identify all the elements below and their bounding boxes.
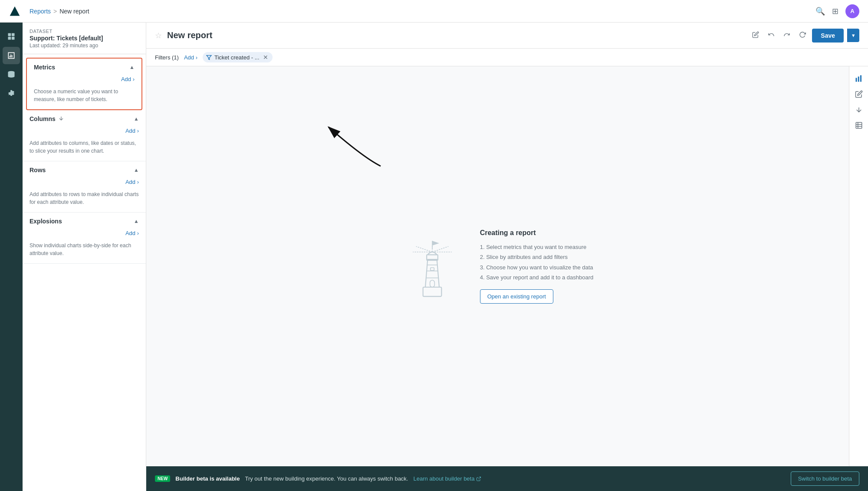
columns-add: Add › [23,128,146,137]
filters-label: Filters (1) [155,54,179,61]
svg-rect-0 [8,33,11,36]
refresh-button[interactable] [796,29,809,43]
svg-rect-19 [430,268,434,270]
svg-rect-21 [858,77,859,82]
columns-header: Columns ▲ [23,110,146,128]
metrics-add-link[interactable]: Add › [121,76,135,82]
switch-to-builder-button[interactable]: Switch to builder beta [791,471,859,486]
search-icon[interactable]: 🔍 [815,7,825,16]
undo-button[interactable] [765,29,777,43]
rows-header: Rows ▲ [23,161,146,179]
metrics-title: Metrics [34,64,55,71]
section-explosions: Explosions ▲ Add › Show individual chart… [23,213,146,264]
breadcrumb-current: New report [59,8,89,15]
sidebar-item-settings[interactable] [3,85,20,102]
section-metrics: Metrics ▲ Add › Choose a numeric value y… [26,58,142,110]
columns-title: Columns [30,115,64,122]
favorite-star-icon[interactable]: ☆ [155,31,162,40]
explosions-title: Explosions [30,218,62,225]
top-nav: Reports > New report 🔍 ⊞ A [0,0,868,23]
metrics-add: Add › [27,76,141,86]
svg-rect-2 [8,37,11,40]
left-sidebar [0,23,23,491]
columns-chevron[interactable]: ▲ [134,116,139,122]
svg-line-13 [432,246,448,252]
step-2: 2. Slice by attributes and add filters [480,252,594,262]
chart-type-edit-button[interactable] [852,87,866,101]
canvas-area: Creating a report 1. Select metrics that… [146,66,849,466]
filter-bar: Filters (1) Add › Ticket created - ... ✕ [146,49,868,66]
svg-rect-24 [856,122,862,128]
canvas-with-toolbar: Creating a report 1. Select metrics that… [146,66,868,466]
empty-state-content: Creating a report 1. Select metrics that… [480,229,594,304]
sidebar-item-database[interactable] [3,66,20,83]
svg-rect-18 [430,280,434,287]
breadcrumb-sep: > [53,8,57,15]
panel-dataset: Dataset Support: Tickets [default] Last … [23,23,146,54]
open-existing-report-button[interactable]: Open an existing report [480,289,553,304]
rows-title: Rows [30,167,46,173]
panel: Dataset Support: Tickets [default] Last … [23,23,146,491]
dataset-name: Support: Tickets [default] [30,35,139,42]
columns-desc: Add attributes to columns, like dates or… [23,137,146,161]
explosions-add: Add › [23,230,146,240]
rows-chevron[interactable]: ▲ [134,167,139,173]
save-button[interactable]: Save [812,29,844,43]
step-1: 1. Select metrics that you want to measu… [480,242,594,252]
main-layout: Dataset Support: Tickets [default] Last … [0,23,868,491]
avatar[interactable]: A [845,4,859,18]
banner-desc: Try out the new building experience. You… [245,475,408,482]
banner-learn-link[interactable]: Learn about builder beta [413,475,481,482]
filters-add[interactable]: Add › [184,54,197,61]
metrics-header: Metrics ▲ [27,59,141,76]
svg-marker-17 [432,241,439,245]
rows-desc: Add attributes to rows to make individua… [23,189,146,212]
banner-bold-text: Builder beta is available [175,475,240,482]
apps-icon[interactable]: ⊞ [832,7,838,16]
svg-rect-20 [855,78,857,82]
dataset-label: Dataset [30,29,139,34]
svg-rect-6 [423,287,441,296]
chart-type-bar-button[interactable] [852,72,866,85]
breadcrumb-reports[interactable]: Reports [30,8,51,15]
filter-chip-text: Ticket created - ... [214,54,260,61]
chart-type-table-button[interactable] [852,118,866,132]
svg-rect-1 [12,33,15,36]
explosions-add-link[interactable]: Add › [125,230,139,236]
empty-state: Creating a report 1. Select metrics that… [402,229,594,304]
explosions-header: Explosions ▲ [23,213,146,230]
right-toolbar [849,66,868,466]
bottom-banner: NEW Builder beta is available Try out th… [146,466,868,491]
explosions-chevron[interactable]: ▲ [134,218,139,224]
columns-add-link[interactable]: Add › [125,128,139,134]
step-4: 4. Save your report and add it to a dash… [480,272,594,282]
sidebar-item-home[interactable] [3,28,20,45]
edit-button[interactable] [750,29,762,43]
section-rows: Rows ▲ Add › Add attributes to rows to m… [23,161,146,213]
section-columns: Columns ▲ Add › Add attributes to column… [23,110,146,161]
new-badge: NEW [155,475,170,482]
report-header: ☆ New report Save ▾ [146,23,868,49]
dataset-updated: Last updated: 29 minutes ago [30,43,139,49]
filter-chip-close-icon[interactable]: ✕ [263,54,268,61]
report-title: New report [167,30,744,40]
breadcrumb: Reports > New report [30,8,89,15]
metrics-chevron[interactable]: ▲ [129,64,135,70]
empty-state-title: Creating a report [480,229,594,237]
brand-logo [9,5,21,17]
top-nav-right: 🔍 ⊞ A [815,4,859,18]
rows-add: Add › [23,179,146,189]
svg-rect-22 [860,75,861,82]
redo-button[interactable] [781,29,793,43]
empty-state-steps: 1. Select metrics that you want to measu… [480,242,594,283]
lighthouse-illustration [402,232,463,301]
save-dropdown-button[interactable]: ▾ [847,29,859,42]
report-header-actions: Save ▾ [750,29,859,43]
svg-rect-3 [12,37,15,40]
rows-add-link[interactable]: Add › [125,179,139,185]
chart-type-sort-button[interactable] [852,103,866,117]
arrow-annotation [294,123,389,177]
sidebar-item-reports[interactable] [3,47,20,64]
explosions-desc: Show individual charts side-by-side for … [23,240,146,263]
filter-chip-ticket-created[interactable]: Ticket created - ... ✕ [203,52,273,62]
